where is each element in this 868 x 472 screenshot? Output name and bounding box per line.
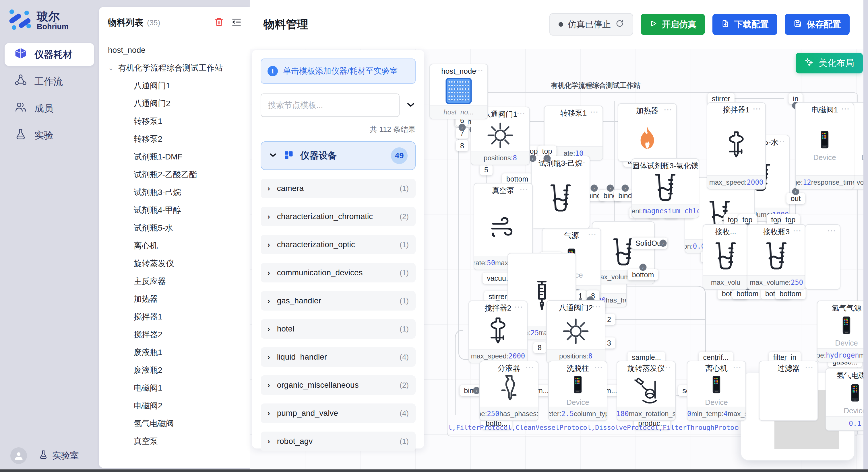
canvas-node-搅拌器2[interactable]: 搅拌器2⋯max_speed: 2000 [468,301,528,363]
node-menu-icon[interactable]: ⋯ [753,103,762,113]
canvas-node-host_node[interactable]: host_node⋯host_no... [429,64,488,119]
download-config-button[interactable]: 下载配置 [712,14,777,35]
chevron-down-icon[interactable]: ⌄ [108,64,114,72]
node-menu-icon[interactable]: ⋯ [525,362,534,372]
chevron-right-icon: › [268,381,270,390]
template-item-characterization_chromatic[interactable]: › characterization_chromatic (2) [260,207,415,226]
node-params: volume: 250 has_phases: true [480,407,538,420]
node-menu-icon[interactable]: ⋯ [841,103,850,113]
node-menu-icon[interactable]: ⋯ [594,362,603,372]
template-item-characterization_optic[interactable]: › characterization_optic (1) [260,235,415,255]
tree-item-13[interactable]: 搅拌器1 [108,308,250,326]
sidebar-item-1[interactable]: 工作流 [5,70,94,93]
node-menu-icon[interactable]: ⋯ [590,107,599,117]
collapse-list-icon[interactable] [231,17,242,28]
tree-root[interactable]: host_node [108,41,250,59]
sidebar-item-2[interactable]: 成员 [5,97,94,120]
node-menu-icon[interactable]: ⋯ [827,225,836,235]
template-item-pump_and_valve[interactable]: › pump_and_valve (4) [260,403,415,423]
save-config-button[interactable]: 保存配置 [785,14,849,35]
node-title: 旋转蒸发仪 [627,363,665,373]
tree-item-19[interactable]: 氢气电磁阀 [108,415,250,432]
tree-item-20[interactable]: 真空泵 [108,432,250,450]
page-scrollbar[interactable] [863,0,868,472]
template-item-robot_agv[interactable]: › robot_agv (1) [260,432,415,451]
tree-item-8[interactable]: 试剂瓶5-水 [108,219,250,237]
node-menu-icon[interactable]: ⋯ [733,362,742,372]
tree-item-17[interactable]: 电磁阀1 [108,379,250,397]
node-menu-icon[interactable]: ⋯ [577,157,586,167]
tree-item-7[interactable]: 试剂瓶4-甲醇 [108,201,250,219]
template-item-hotel[interactable]: › hotel (1) [260,319,415,339]
node-title: host_node [441,67,476,76]
node-menu-icon[interactable]: ⋯ [793,225,802,235]
tree-item-11[interactable]: 主反应器 [108,272,250,290]
avatar[interactable] [10,447,27,464]
canvas-node-氢气电磁阀[interactable]: 氢气电磁阀 Device0.1 [826,368,863,431]
tree-item-9[interactable]: 离心机 [108,237,250,255]
tree-group[interactable]: ⌄有机化学流程综合测试工作站 [108,59,250,77]
canvas-node-离心机[interactable]: 离心机⋯ Devicep: 40 min_temp: 4 max_spe [687,361,746,421]
canvas-node-unnamed-20[interactable]: ⋯ [805,224,840,290]
canvas-node-搅拌器1[interactable]: 搅拌器1⋯max_speed: 2000 [707,102,766,190]
node-menu-icon[interactable]: ⋯ [475,65,484,75]
tree-item-1[interactable]: 八通阀门2 [108,95,250,112]
refresh-icon[interactable] [615,19,624,30]
canvas-node-试剂瓶3-己烷[interactable]: 试剂瓶3-己烷⋯ [531,156,590,229]
start-simulation-button[interactable]: 开启仿真 [641,14,705,35]
status-dot-icon [559,22,563,27]
beautify-layout-button[interactable]: 美化布局 [796,53,863,73]
tree-item-12[interactable]: 加热器 [108,290,250,308]
tree-item-14[interactable]: 搅拌器2 [108,326,250,343]
canvas-node-分液器[interactable]: 分液器⋯volume: 250 has_phases: true [479,361,538,421]
node-menu-icon[interactable]: ⋯ [663,104,673,114]
tree-item-3[interactable]: 转移泵2 [108,130,250,148]
canvas-node-接收瓶3[interactable]: 接收瓶3⋯max_volume: 250 [747,224,806,290]
template-item-gas_handler[interactable]: › gas_handler (1) [260,291,415,310]
node-menu-icon[interactable]: ⋯ [588,229,597,239]
template-item-camera[interactable]: › camera (1) [260,179,415,198]
download-config-label: 下载配置 [734,19,769,30]
template-item-communication_devices[interactable]: › communication_devices (1) [260,263,415,282]
template-item-liquid_handler[interactable]: › liquid_handler (4) [260,347,415,367]
chevron-down-icon[interactable] [406,100,415,111]
node-menu-icon[interactable]: ⋯ [520,184,529,194]
canvas-node-氢气气源[interactable]: 氢气气源⋯ Device_type: hydrogen max_pre [817,301,863,363]
node-title: 接收瓶3 [763,227,789,237]
template-item-organic_miscellaneous[interactable]: › organic_miscellaneous (2) [260,375,415,395]
tree-item-5[interactable]: 试剂瓶2-乙酸乙酯 [108,166,250,183]
tree-item-4[interactable]: 试剂瓶1-DMF [108,148,250,166]
canvas-node-接收...[interactable]: 接收...max_volu [703,224,749,290]
tree-item-18[interactable]: 电磁阀2 [108,397,250,415]
sidebar-item-0[interactable]: 仪器耗材 [5,43,94,66]
node-menu-icon[interactable]: ⋯ [662,362,672,372]
canvas-node-加热器[interactable]: 加热器⋯ [618,103,677,162]
canvas-node-电磁阀1[interactable]: 电磁阀1⋯ Devicevoltage: 12 response_time: 0… [795,102,854,190]
canvas-node-固体试剂瓶3-氯化镁[interactable]: 固体试剂瓶3-氯化镁⋯hloridegent: magnesium_chlori… [631,158,699,218]
sidebar-item-lab[interactable]: 实验室 [38,450,79,462]
trash-icon[interactable] [214,17,224,28]
port-dot-icon: › [622,185,629,192]
node-menu-icon[interactable]: ⋯ [805,362,814,372]
canvas-node-旋转蒸发仪[interactable]: 旋转蒸发仪⋯temp: 180 max_rotation_speed: [617,361,676,421]
node-menu-icon[interactable]: ⋯ [515,302,524,312]
node-menu-icon[interactable]: ⋯ [517,108,526,118]
port-dot-icon: › [591,185,598,192]
search-input[interactable] [260,94,400,117]
node-menu-icon[interactable]: ⋯ [686,160,695,169]
sidebar-item-3[interactable]: 实验 [5,124,94,147]
node-menu-icon[interactable]: ⋯ [592,301,601,311]
tree-item-10[interactable]: 旋转蒸发仪 [108,255,250,272]
tree-item-15[interactable]: 废液瓶1 [108,343,250,361]
canvas-node-过滤器[interactable]: 过滤器⋯ [759,361,818,421]
node-menu-icon[interactable]: ⋯ [776,136,786,146]
app-root: 玻尔 Bohrium 仪器耗材工作流成员实验 实验室 物料列表 (35) [0,0,868,472]
tree-item-6[interactable]: 试剂瓶3-己烷 [108,183,250,201]
tree-item-2[interactable]: 转移泵1 [108,112,250,130]
tree-item-0[interactable]: 八通阀门1 [108,77,250,95]
sim-status-pill[interactable]: 仿真已停止 [549,13,633,36]
canvas-node-八通阀门2[interactable]: 八通阀门2⋯positions: 8 [546,300,606,363]
category-equipment[interactable]: 仪器设备 49 [260,141,415,170]
canvas-node-洗脱柱[interactable]: 洗脱柱⋯ Devicediameter: 2.5 column_type: si [548,361,608,421]
tree-item-16[interactable]: 废液瓶2 [108,361,250,379]
